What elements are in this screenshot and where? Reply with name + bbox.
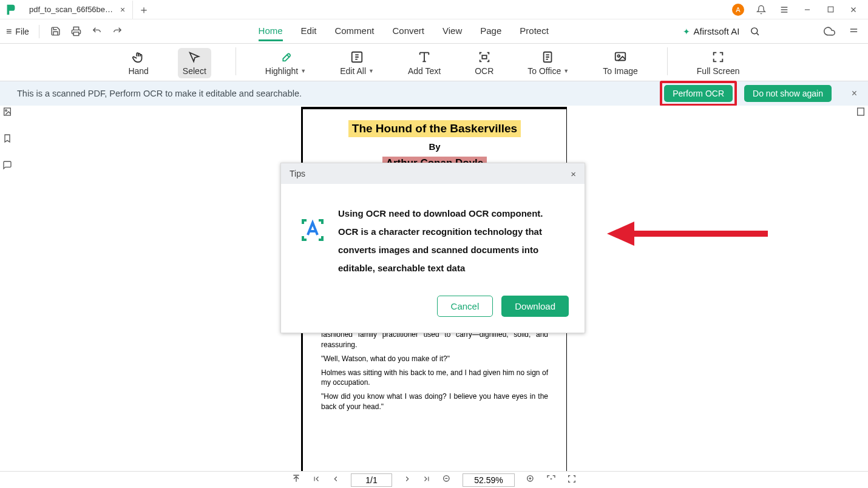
tool-highlight-label: Highlight xyxy=(265,66,298,76)
redo-icon[interactable] xyxy=(111,25,124,38)
menu-bar: ≡ File Home Edit Comment Convert View Pa… xyxy=(0,19,868,44)
tool-highlight[interactable]: Highlight▼ xyxy=(260,48,311,78)
next-page-icon[interactable] xyxy=(403,475,412,485)
search-icon[interactable] xyxy=(747,25,762,38)
svg-rect-8 xyxy=(4,108,11,115)
svg-point-7 xyxy=(617,55,620,57)
svg-rect-1 xyxy=(74,32,80,36)
chevron-down-icon: ▼ xyxy=(563,68,569,74)
tool-edit-all[interactable]: Edit All▼ xyxy=(335,48,379,78)
svg-marker-12 xyxy=(607,222,634,246)
ai-link[interactable]: ✦ Afirstsoft AI xyxy=(683,26,740,36)
zoom-in-icon[interactable] xyxy=(526,474,535,486)
doc-paragraph: Holmes was sitting with his back to me, … xyxy=(321,368,548,387)
main-tabs: Home Edit Comment Convert View Page Prot… xyxy=(132,22,676,41)
tab-convert[interactable]: Convert xyxy=(392,22,424,41)
right-sidebar xyxy=(853,107,868,119)
save-icon[interactable] xyxy=(49,25,63,38)
minimize-icon[interactable] xyxy=(801,4,813,16)
file-hamburger-icon: ≡ xyxy=(6,26,12,37)
tool-add-text[interactable]: Add Text xyxy=(403,48,446,78)
comment-panel-icon[interactable] xyxy=(2,160,12,172)
print-icon[interactable] xyxy=(70,25,83,38)
ocr-notification-bar: This is a scanned PDF, Perform OCR to ma… xyxy=(0,81,868,106)
status-bar xyxy=(0,471,868,488)
ribbon-toolbar: Hand Select Highlight▼ Edit All▼ Add Tex… xyxy=(0,44,868,81)
svg-rect-10 xyxy=(858,108,864,115)
zoom-out-icon[interactable] xyxy=(442,474,452,486)
last-page-icon[interactable] xyxy=(422,475,431,485)
zoom-level-input[interactable] xyxy=(463,473,515,487)
properties-icon[interactable] xyxy=(856,107,866,119)
tips-dialog: Tips × Using OCR need to download OCR co… xyxy=(280,163,585,333)
dialog-line1: Using OCR need to download OCR component… xyxy=(338,205,568,223)
close-notification-icon[interactable]: × xyxy=(852,88,857,99)
tool-select-label: Select xyxy=(183,66,206,76)
maximize-icon[interactable] xyxy=(824,4,836,16)
tool-ocr-label: OCR xyxy=(475,66,493,76)
close-window-icon[interactable] xyxy=(847,4,860,16)
notifications-icon[interactable] xyxy=(755,4,767,16)
sparkle-icon: ✦ xyxy=(683,27,690,36)
annotation-arrow xyxy=(607,219,771,249)
tool-hand-label: Hand xyxy=(128,66,148,76)
tool-ocr[interactable]: OCR xyxy=(470,48,498,78)
tool-to-office[interactable]: To Office▼ xyxy=(523,48,574,78)
left-sidebar xyxy=(0,107,15,172)
ai-label: Afirstsoft AI xyxy=(694,26,740,36)
hamburger-menu-icon[interactable] xyxy=(778,4,790,16)
doc-paragraph: "Well, Watson, what do you make of it?" xyxy=(321,354,548,364)
first-page-icon[interactable] xyxy=(312,475,320,485)
page-number-input[interactable] xyxy=(351,473,392,487)
perform-ocr-button[interactable]: Perform OCR xyxy=(664,85,733,102)
doc-by: By xyxy=(321,141,548,153)
svg-point-2 xyxy=(751,28,758,34)
do-not-show-again-button[interactable]: Do not show again xyxy=(744,85,832,102)
tab-protect[interactable]: Protect xyxy=(520,22,549,41)
chevron-down-icon: ▼ xyxy=(368,68,374,74)
user-avatar[interactable]: A xyxy=(732,4,744,16)
svg-rect-4 xyxy=(482,55,486,59)
file-menu[interactable]: ≡ File xyxy=(6,26,29,37)
document-tab[interactable]: pdf_to_scan_66f56be9d8... × xyxy=(22,1,133,19)
tab-home[interactable]: Home xyxy=(259,22,283,41)
bookmark-icon[interactable] xyxy=(2,134,12,146)
cancel-button[interactable]: Cancel xyxy=(437,296,493,317)
cloud-icon[interactable] xyxy=(821,25,838,38)
svg-rect-0 xyxy=(828,7,833,12)
file-label: File xyxy=(15,27,29,36)
chevron-down-icon: ▼ xyxy=(300,68,306,74)
tool-to-office-label: To Office xyxy=(527,66,561,76)
tab-view[interactable]: View xyxy=(442,22,462,41)
doc-paragraph: "How did you know what I was doing? I be… xyxy=(321,391,548,411)
svg-point-9 xyxy=(5,110,7,112)
doc-title: The Hound of the Baskervilles xyxy=(348,120,521,137)
ocr-scan-icon xyxy=(298,215,327,245)
prev-page-icon[interactable] xyxy=(331,475,340,485)
tool-to-image[interactable]: To Image xyxy=(598,48,643,78)
panel-toggle-icon[interactable] xyxy=(845,25,862,38)
scroll-top-icon[interactable] xyxy=(291,474,301,486)
ocr-notification-text: This is a scanned PDF, Perform OCR to ma… xyxy=(17,89,302,98)
tab-comment[interactable]: Comment xyxy=(334,22,374,41)
tool-full-screen-label: Full Screen xyxy=(697,66,740,76)
thumbnails-icon[interactable] xyxy=(2,107,12,119)
new-tab-button[interactable]: ＋ xyxy=(133,2,155,17)
dialog-close-icon[interactable]: × xyxy=(571,169,576,179)
document-tab-title: pdf_to_scan_66f56be9d8... xyxy=(29,5,114,14)
title-bar: pdf_to_scan_66f56be9d8... × ＋ A xyxy=(0,0,868,19)
tool-hand[interactable]: Hand xyxy=(123,48,153,78)
tool-select[interactable]: Select xyxy=(178,48,211,78)
download-button[interactable]: Download xyxy=(501,296,569,317)
tool-full-screen[interactable]: Full Screen xyxy=(692,48,745,78)
close-tab-icon[interactable]: × xyxy=(120,5,125,15)
fit-width-icon[interactable] xyxy=(546,474,556,486)
undo-icon[interactable] xyxy=(90,25,104,38)
annotation-highlight: Perform OCR xyxy=(660,81,737,106)
tool-edit-all-label: Edit All xyxy=(340,66,366,76)
tool-to-image-label: To Image xyxy=(603,66,638,76)
tab-edit[interactable]: Edit xyxy=(301,22,317,41)
tab-page[interactable]: Page xyxy=(480,22,501,41)
dialog-line2: OCR is a character recognition technolog… xyxy=(338,223,568,277)
fit-page-icon[interactable] xyxy=(567,474,577,486)
